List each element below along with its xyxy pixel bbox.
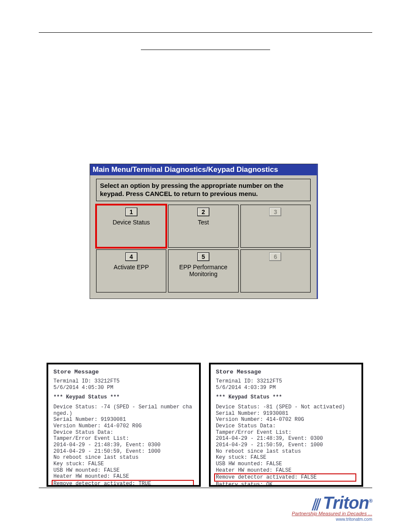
status-line: Device Status Data:: [53, 429, 194, 436]
status-line: 2014-04-29 - 21:48:39, Event: 0300: [53, 442, 194, 448]
keypad-status-header: *** Keypad Status ***: [53, 394, 194, 401]
status-line: Key stuck: FALSE: [53, 461, 194, 467]
status-line: Tamper/Error Event List:: [53, 436, 194, 442]
option-number: 4: [125, 252, 137, 261]
option-number: 6: [269, 252, 281, 261]
footer-logo-block: Triton Partnership Measured in Decades .…: [292, 493, 372, 522]
page-rule-bottom: [39, 488, 372, 488]
store-title: Store Message: [53, 369, 194, 376]
store-title: Store Message: [216, 369, 356, 376]
status-line: 2014-04-29 - 21:50:59, Event: 1000: [216, 442, 356, 448]
option-grid: 1 Device Status 2 Test 3 4 Activate EPP …: [96, 205, 311, 292]
option-4-activate-epp[interactable]: 4 Activate EPP: [96, 249, 166, 292]
status-line: Device Status: -74 (SPED - Serial number…: [53, 404, 194, 411]
status-line: 2014-04-29 - 21:50:59, Event: 1000: [53, 448, 194, 455]
option-number: 5: [197, 252, 209, 261]
status-line: nged.): [53, 411, 194, 417]
dialog-title: Main Menu/Terminal Diagnostics/Keypad Di…: [90, 164, 317, 175]
option-number: 3: [269, 208, 281, 216]
status-line: USB HW mounted: FALSE: [216, 461, 356, 467]
brand-url: www.tritonatm.com: [292, 517, 372, 522]
store-message-right: Store Message Terminal ID: 33212FT5 5/6/…: [209, 363, 363, 487]
status-line: Device Status: -81 (SPED - Not activated…: [216, 404, 356, 411]
status-line: 2014-04-29 - 21:48:39, Event: 0300: [216, 436, 356, 442]
option-5-epp-performance[interactable]: 5 EPP Performance Monitoring: [168, 249, 238, 292]
keypad-status-header: *** Keypad Status ***: [216, 394, 356, 401]
remove-detector-highlight: Remove detector activated: FALSE: [214, 473, 356, 482]
brand-name: Triton: [323, 493, 372, 513]
store-message-left: Store Message Terminal ID: 33212FT5 5/6/…: [47, 363, 201, 487]
status-line: Battery status: OK: [216, 482, 356, 487]
terminal-id: Terminal ID: 33212FT5: [216, 378, 356, 385]
option-label: Device Status: [99, 219, 163, 226]
remove-detector-highlight: Remove detector activated: TRUE: [52, 480, 194, 487]
logo-strokes-icon: [314, 498, 320, 512]
status-line: No reboot since last status: [216, 448, 356, 455]
status-line: Serial Number: 91930081: [53, 417, 194, 423]
option-1-device-status[interactable]: 1 Device Status: [96, 205, 166, 248]
page-title-underline: [141, 50, 270, 50]
timestamp: 5/6/2014 4:03:39 PM: [216, 385, 356, 391]
option-label: EPP Performance Monitoring: [171, 264, 235, 277]
status-line: Device Status Data:: [216, 423, 356, 429]
option-number: 2: [197, 208, 209, 216]
status-line: Tamper/Error Event List:: [216, 429, 356, 436]
status-line: USB HW mounted: FALSE: [53, 467, 194, 474]
status-line: Serial Number: 91930081: [216, 411, 356, 417]
status-line: Version Number: 414-0702 R0G: [53, 423, 194, 429]
option-number: 1: [125, 208, 137, 216]
terminal-id: Terminal ID: 33212FT5: [53, 378, 194, 385]
timestamp: 5/6/2014 4:05:30 PM: [53, 385, 194, 391]
status-line: Key stuck: FALSE: [216, 454, 356, 461]
dialog-instruction: Select an option by pressing the appropr…: [96, 179, 311, 201]
option-label: Test: [171, 219, 235, 226]
option-3-disabled: 3: [240, 205, 311, 248]
status-line: Heater HW mounted: FALSE: [216, 467, 356, 474]
page-rule-top: [39, 32, 372, 33]
status-line: No reboot since last status: [53, 454, 194, 461]
option-2-test[interactable]: 2 Test: [168, 205, 238, 248]
option-6-disabled: 6: [240, 249, 311, 292]
keypad-diagnostics-dialog: Main Menu/Terminal Diagnostics/Keypad Di…: [90, 164, 318, 299]
status-line: Heater HW mounted: FALSE: [53, 473, 194, 480]
status-line: Version Number: 414-0702 R0G: [216, 417, 356, 423]
option-label: Activate EPP: [99, 264, 163, 271]
